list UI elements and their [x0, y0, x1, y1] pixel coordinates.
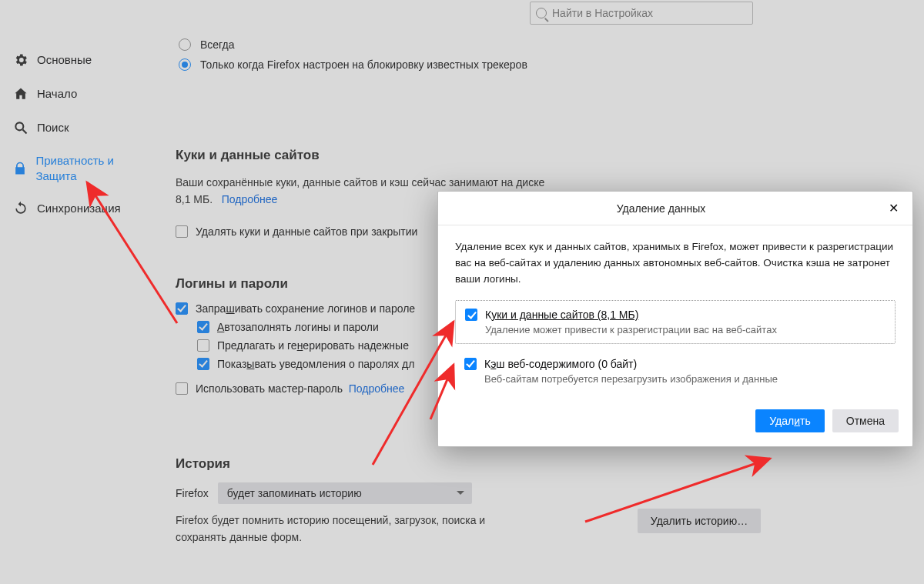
sidebar-item-general[interactable]: Основные [8, 43, 154, 77]
sidebar-item-label: Синхронизация [37, 201, 121, 216]
checkbox-label: Автозаполнять логины и пароли [217, 321, 379, 333]
dialog-header: Удаление данных ✕ [438, 192, 912, 225]
radio-label: Всегда [200, 38, 235, 51]
gear-icon [12, 52, 29, 68]
radio-icon [179, 38, 191, 51]
dialog-desc: Удаление всех кук и данных сайтов, храни… [455, 239, 896, 288]
dialog-item-cookies[interactable]: Куки и данные сайтов (8,1 МБ) Удаление м… [455, 300, 896, 344]
dialog-item-sub: Веб-сайтам потребуется перезагрузить изо… [484, 373, 886, 385]
svg-line-1 [23, 130, 27, 134]
radio-label: Только когда Firefox настроен на блокиро… [200, 58, 527, 71]
checkbox-label: Использовать мастер-пароль [196, 382, 343, 395]
lock-icon [12, 160, 28, 177]
checkbox-icon [176, 225, 188, 238]
dialog-item-cache[interactable]: Кэш веб-содержимого (0 байт) Веб-сайтам … [455, 358, 896, 385]
history-mode-select[interactable]: будет запоминать историю [218, 482, 472, 504]
history-heading: История [176, 456, 761, 472]
history-label: Firefox [176, 487, 209, 499]
checkbox-icon [464, 358, 477, 370]
history-desc: Firefox будет помнить историю посещений,… [176, 512, 530, 546]
sidebar-item-label: Основные [37, 52, 92, 68]
radio-always-row[interactable]: Всегда [179, 38, 761, 51]
search-icon [536, 8, 547, 18]
svg-point-0 [15, 122, 23, 130]
sidebar-item-sync[interactable]: Синхронизация [8, 192, 154, 225]
sidebar-item-home[interactable]: Начало [8, 77, 154, 111]
dialog-item-label: Куки и данные сайтов (8,1 МБ) [485, 309, 638, 321]
sidebar-item-label: Приватность и Защита [35, 153, 149, 183]
sidebar-item-label: Поиск [37, 120, 69, 135]
delete-button[interactable]: Удалить [755, 409, 824, 432]
sidebar-item-search[interactable]: Поиск [8, 111, 154, 145]
checkbox-label: Запрашивать сохранение логинов и пароле [196, 302, 415, 315]
learn-more-link[interactable]: Подробнее [349, 382, 405, 395]
magnifier-icon [12, 119, 29, 136]
close-icon[interactable]: ✕ [884, 199, 903, 217]
cancel-button[interactable]: Отмена [832, 409, 899, 432]
checkbox-label: Удалять куки и данные сайтов при закрыти… [196, 225, 417, 238]
checkbox-icon [197, 321, 209, 333]
radio-trackers-row[interactable]: Только когда Firefox настроен на блокиро… [179, 58, 761, 71]
sync-icon [12, 200, 29, 217]
checkbox-icon [197, 358, 209, 370]
checkbox-label: Показывать уведомления о паролях дл [217, 358, 414, 370]
checkbox-icon [176, 382, 188, 395]
learn-more-link[interactable]: Подробнее [222, 193, 278, 205]
sidebar-item-label: Начало [37, 86, 77, 102]
checkbox-icon [197, 339, 209, 352]
checkbox-label: Предлагать и генерировать надежные [217, 339, 409, 352]
radio-icon [179, 58, 191, 71]
clear-history-button[interactable]: Удалить историю… [638, 509, 761, 533]
sidebar-item-privacy[interactable]: Приватность и Защита [8, 145, 154, 192]
search-input[interactable] [530, 2, 753, 25]
clear-data-dialog: Удаление данных ✕ Удаление всех кук и да… [437, 191, 913, 447]
dialog-title: Удаление данных [438, 202, 884, 215]
search-wrap [530, 2, 753, 25]
dialog-item-label: Кэш веб-содержимого (0 байт) [484, 358, 637, 370]
checkbox-icon [465, 309, 477, 321]
home-icon [12, 85, 29, 102]
dialog-item-sub: Удаление может привести к разрегистрации… [485, 324, 886, 335]
checkbox-icon [176, 302, 188, 315]
cookies-heading: Куки и данные сайтов [176, 148, 761, 163]
sidebar: Основные Начало Поиск Приватность и Защи… [8, 43, 154, 225]
